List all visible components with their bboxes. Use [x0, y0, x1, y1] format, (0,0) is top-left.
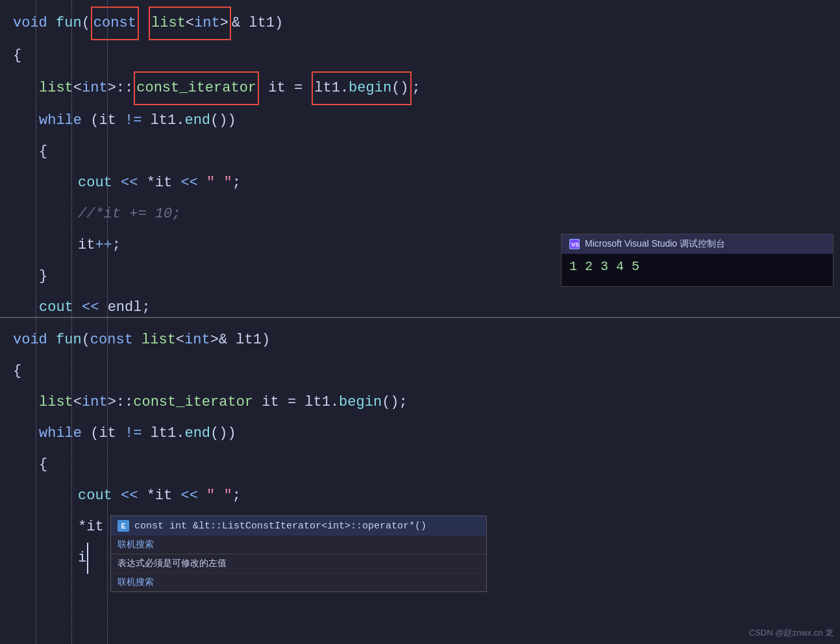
semi2: ; — [232, 167, 241, 199]
str1: " " — [206, 167, 232, 199]
cursor-caret: ​ — [87, 543, 88, 574]
type-list2: list — [39, 73, 73, 104]
func-end: end — [184, 105, 210, 136]
angle-close: > — [220, 15, 229, 31]
code-line-4: while (it != lt1.end()) — [0, 105, 840, 136]
code-line-1: void fun(const list<int>& lt1) — [0, 6, 840, 40]
punct2 — [140, 8, 148, 39]
b-keyword-while: while — [39, 418, 90, 449]
type-int: int — [194, 15, 220, 31]
b-lt1-ref: lt1 — [304, 387, 330, 418]
b-t3: >:: — [108, 387, 134, 418]
highlight-const: const — [91, 6, 139, 40]
close-paren: ) — [275, 8, 283, 39]
var-it: it = — [260, 73, 311, 104]
keyword-while: while — [39, 105, 90, 136]
b-code-line-6: cout << *it << " "; — [0, 480, 840, 512]
b-str1: " " — [206, 480, 232, 512]
t3: >:: — [108, 73, 134, 104]
b-punct: ( — [82, 325, 90, 356]
b-op2: << — [180, 480, 206, 512]
b-keyword-const: const — [90, 325, 142, 356]
neq: != — [125, 105, 151, 136]
code-line-6: cout << *it << " "; — [0, 167, 840, 199]
guide-line-3 — [107, 0, 108, 317]
ref: & — [232, 8, 249, 39]
code-line-2: { — [0, 40, 840, 71]
begin-parens: () — [391, 80, 408, 96]
b-it3: it — [155, 480, 181, 512]
b-func-begin: begin — [339, 387, 382, 418]
b-type-int: int — [184, 325, 210, 356]
vs-logo-svg: VS — [570, 240, 579, 249]
param-lt1: lt1 — [249, 8, 275, 39]
b-t4: ( — [90, 418, 99, 449]
semi1: ; — [412, 73, 421, 104]
debug-console: VS Microsoft Visual Studio 调试控制台 1 2 3 4… — [561, 234, 834, 287]
keyword-void: void — [13, 8, 56, 39]
keyword-const: const — [93, 15, 136, 31]
b-brace-open2: { — [39, 449, 47, 480]
b-ref: & — [219, 325, 236, 356]
brace-open2: { — [39, 136, 47, 167]
b-brace-open: { — [13, 356, 21, 387]
inc: ++ — [95, 230, 112, 261]
t1: < — [73, 73, 82, 104]
svg-text:VS: VS — [571, 242, 579, 248]
b-param-lt1: lt1 — [236, 325, 262, 356]
autocomplete-icon: E — [117, 520, 129, 532]
autocomplete-item-text: const int &lt::ListConstIterator<int>::o… — [134, 521, 426, 532]
b-lt1-2: lt1 — [151, 418, 177, 449]
guide-line-1 — [36, 0, 36, 317]
b-func-end: end — [184, 418, 210, 449]
b-close-paren: ) — [262, 325, 270, 356]
it4: it — [78, 230, 95, 261]
guide-line-2 — [71, 0, 72, 317]
autocomplete-popup: E const int &lt::ListConstIterator<int>:… — [110, 515, 487, 592]
lt1-ref: lt1. — [314, 80, 349, 96]
bottom-guide-line-3 — [107, 318, 108, 644]
highlight-const-iterator: const_iterator — [134, 71, 259, 105]
b-op1: << — [121, 480, 147, 512]
b-list: list — [39, 387, 73, 418]
b-code-line-3: list<int>::const_iterator it = lt1.begin… — [0, 387, 840, 418]
vs-icon: VS — [569, 239, 580, 249]
b-it2: it — [99, 418, 125, 449]
it2: it — [99, 105, 125, 136]
punct: ( — [82, 8, 90, 39]
autocomplete-link-2[interactable]: 联机搜索 — [111, 573, 486, 591]
end-parens: ()) — [210, 105, 236, 136]
b-angle-open: < — [176, 325, 184, 356]
autocomplete-item-1[interactable]: E const int &lt::ListConstIterator<int>:… — [111, 516, 486, 536]
highlight-begin: lt1.begin() — [312, 71, 411, 105]
const-iter: const_iterator — [136, 80, 256, 96]
deref1: * — [147, 167, 155, 199]
type-list: list — [151, 15, 186, 31]
b-neq: != — [125, 418, 151, 449]
b-t2: int — [82, 387, 108, 418]
code-line-3: list<int>::const_iterator it = lt1.begin… — [0, 71, 840, 105]
b-it-partial: i — [78, 543, 86, 574]
b-code-line-5: { — [0, 449, 840, 480]
b-deref1: * — [147, 480, 155, 512]
b-it5: it — [86, 512, 112, 543]
brace-open: { — [13, 40, 21, 71]
debug-output: 1 2 3 4 5 — [569, 259, 639, 274]
autocomplete-link-1[interactable]: 联机搜索 — [111, 536, 486, 554]
bottom-guide-line-2 — [71, 318, 72, 644]
b-keyword-void: void — [13, 325, 56, 356]
it3: it — [155, 167, 181, 199]
b-semi2: ; — [232, 480, 241, 512]
comment1: //*it += 10; — [78, 199, 180, 230]
bottom-code-panel: void fun(const list<int>& lt1) { list<in… — [0, 318, 840, 644]
angle-open: < — [186, 15, 194, 31]
semi3: ; — [112, 230, 121, 261]
bottom-guide-line-1 — [36, 318, 36, 644]
func-begin: begin — [349, 80, 391, 96]
b-cout1: cout — [78, 480, 121, 512]
dot1: . — [176, 105, 184, 136]
b-code-line-4: while (it != lt1.end()) — [0, 418, 840, 449]
code-line-5: { — [0, 136, 840, 167]
brace-close1: } — [39, 261, 47, 292]
watermark: CSDN @赵znwx.cn 龙 — [749, 627, 834, 639]
